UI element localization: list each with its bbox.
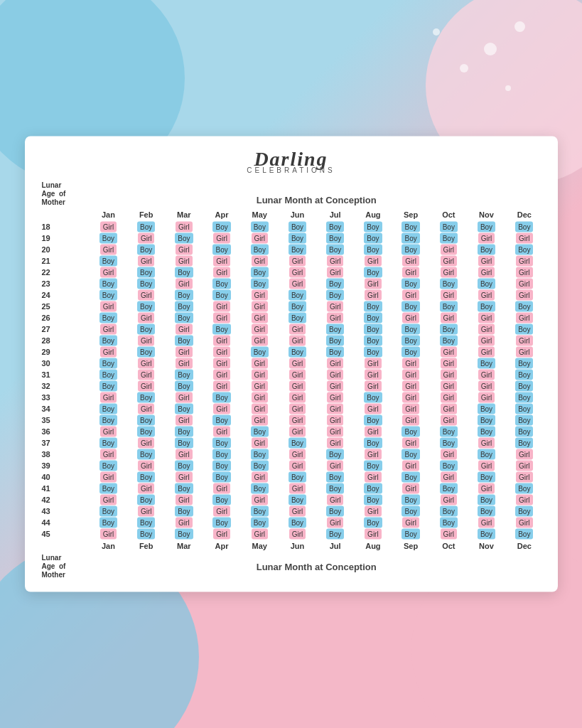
gender-cell: Girl xyxy=(90,392,127,403)
age-cell: 27 xyxy=(39,323,90,335)
girl-badge: Girl xyxy=(176,256,193,267)
gender-cell: Girl xyxy=(241,392,279,403)
gender-cell: Boy xyxy=(316,232,354,244)
boy-badge: Boy xyxy=(175,267,193,278)
gender-cell: Boy xyxy=(354,323,392,335)
gender-cell: Boy xyxy=(505,483,543,494)
boy-badge: Boy xyxy=(515,438,533,449)
gender-cell: Boy xyxy=(203,392,240,403)
boy-badge: Boy xyxy=(402,347,419,358)
girl-badge: Girl xyxy=(100,392,117,403)
gender-cell: Girl xyxy=(279,380,316,392)
gender-cell: Boy xyxy=(468,403,505,414)
girl-badge: Girl xyxy=(100,347,117,358)
girl-badge: Girl xyxy=(441,415,458,426)
gender-cell: Girl xyxy=(279,426,316,437)
girl-badge: Girl xyxy=(327,381,344,392)
gender-cell: Girl xyxy=(430,244,468,255)
boy-badge: Boy xyxy=(402,233,419,244)
boy-badge: Boy xyxy=(137,415,155,426)
gender-cell: Girl xyxy=(127,505,165,517)
boy-badge: Boy xyxy=(251,222,269,232)
gender-cell: Girl xyxy=(203,301,240,312)
gender-cell: Girl xyxy=(127,255,165,267)
girl-badge: Girl xyxy=(365,381,382,392)
table-row: 35BoyBoyGirlBoyGirlGirlGirlBoyGirlGirlBo… xyxy=(39,414,544,426)
gender-cell: Boy xyxy=(468,301,505,312)
boy-badge: Boy xyxy=(175,290,193,301)
gender-cell: Boy xyxy=(505,244,543,255)
girl-badge: Girl xyxy=(516,449,533,460)
month-header-row: Jan Feb Mar Apr May Jun Jul Aug Sep Oct … xyxy=(39,208,544,221)
girl-badge: Girl xyxy=(441,358,458,369)
boy-badge: Boy xyxy=(212,449,230,460)
girl-badge: Girl xyxy=(176,358,193,369)
gender-cell: Boy xyxy=(430,301,468,312)
boy-badge: Boy xyxy=(478,449,495,460)
gender-cell: Boy xyxy=(354,437,392,449)
gender-cell: Boy xyxy=(279,221,316,232)
gender-cell: Girl xyxy=(392,483,430,494)
gender-cell: Girl xyxy=(430,255,468,267)
gender-cell: Boy xyxy=(354,244,392,255)
gender-cell: Girl xyxy=(279,392,316,403)
boy-badge: Boy xyxy=(402,529,419,540)
girl-badge: Girl xyxy=(478,483,495,494)
gender-cell: Boy xyxy=(505,437,543,449)
girl-badge: Girl xyxy=(478,336,495,346)
boy-badge: Boy xyxy=(251,267,269,278)
gender-cell: Girl xyxy=(203,369,240,380)
gender-cell: Boy xyxy=(316,221,354,232)
girl-badge: Girl xyxy=(289,483,306,494)
gender-cell: Boy xyxy=(165,460,203,471)
boy-badge: Boy xyxy=(99,483,117,494)
boy-badge: Boy xyxy=(99,233,117,244)
boy-badge: Boy xyxy=(326,222,344,232)
gender-cell: Girl xyxy=(430,528,468,540)
gender-cell: Boy xyxy=(354,460,392,471)
gender-cell: Girl xyxy=(279,267,316,278)
gender-cell: Boy xyxy=(430,460,468,471)
boy-badge: Boy xyxy=(251,461,269,471)
age-cell: 38 xyxy=(39,449,90,460)
boy-badge: Boy xyxy=(478,404,495,414)
gender-cell: Boy xyxy=(279,244,316,255)
gender-cell: Boy xyxy=(165,335,203,346)
gender-cell: Girl xyxy=(505,278,543,289)
gender-cell: Boy xyxy=(165,380,203,392)
gender-cell: Girl xyxy=(241,312,279,323)
gender-cell: Girl xyxy=(392,267,430,278)
gender-cell: Girl xyxy=(165,323,203,335)
gender-cell: Boy xyxy=(354,267,392,278)
boy-badge: Boy xyxy=(440,222,458,232)
boy-badge: Boy xyxy=(402,279,419,289)
age-cell: 36 xyxy=(39,426,90,437)
gender-cell: Girl xyxy=(203,483,240,494)
gender-cell: Girl xyxy=(392,517,430,528)
gender-cell: Boy xyxy=(354,392,392,403)
gender-cell: Boy xyxy=(90,505,127,517)
gender-cell: Girl xyxy=(165,244,203,255)
girl-badge: Girl xyxy=(516,256,533,267)
gender-cell: Girl xyxy=(279,449,316,460)
gender-cell: Boy xyxy=(392,232,430,244)
gender-cell: Girl xyxy=(392,380,430,392)
boy-badge: Boy xyxy=(364,313,382,323)
gender-cell: Girl xyxy=(203,346,240,358)
boy-badge: Boy xyxy=(515,529,533,540)
gender-cell: Girl xyxy=(392,312,430,323)
age-cell: 33 xyxy=(39,392,90,403)
boy-badge: Boy xyxy=(515,506,533,517)
table-row: 42GirlBoyGirlBoyGirlBoyGirlBoyBoyGirlBoy… xyxy=(39,494,544,505)
gender-cell: Girl xyxy=(127,358,165,369)
gender-cell: Girl xyxy=(354,449,392,460)
gender-cell: Boy xyxy=(127,426,165,437)
boy-badge: Boy xyxy=(137,245,155,255)
gender-cell: Boy xyxy=(279,346,316,358)
gender-cell: Boy xyxy=(127,267,165,278)
age-cell: 23 xyxy=(39,278,90,289)
gender-cell: Girl xyxy=(468,312,505,323)
girl-badge: Girl xyxy=(252,370,269,380)
boy-badge: Boy xyxy=(478,427,495,437)
footer-oct: Oct xyxy=(430,540,468,552)
